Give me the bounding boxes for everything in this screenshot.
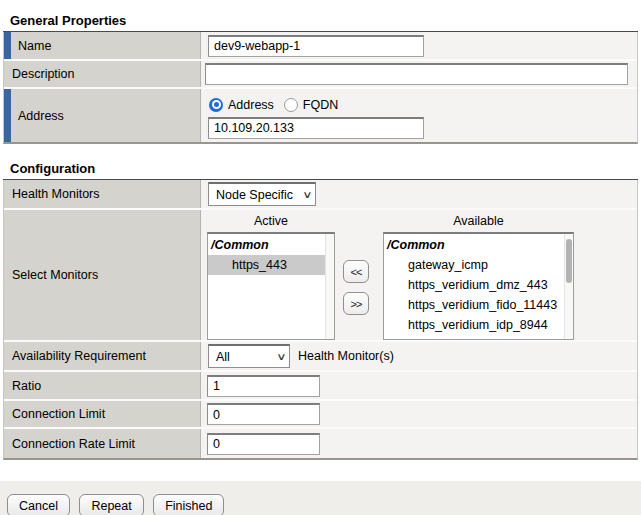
ratio-row: Ratio: [4, 372, 637, 401]
new-node-form: General Properties Name Description Addr…: [0, 9, 641, 515]
available-monitors-list: /Common gateway_icmp https_veridium_dmz_…: [384, 234, 573, 340]
address-input[interactable]: [208, 117, 424, 139]
available-partition-group: /Common: [384, 236, 573, 255]
availability-requirement-label: Availability Requirement: [12, 349, 146, 363]
availability-requirement-select[interactable]: All ∨: [208, 344, 290, 368]
description-row: Description: [4, 61, 637, 89]
availability-requirement-suffix: Health Monitor(s): [298, 349, 394, 363]
availability-requirement-value-cell: All ∨ Health Monitor(s): [201, 342, 637, 370]
ratio-value-cell: [201, 372, 637, 399]
connection-limit-value-cell: [201, 401, 637, 427]
connection-rate-limit-input[interactable]: [207, 433, 320, 455]
ratio-label: Ratio: [12, 379, 41, 393]
general-properties-table: Name Description Address Address: [3, 32, 638, 144]
name-label: Name: [18, 39, 51, 53]
name-input[interactable]: [208, 35, 424, 57]
select-monitors-label-cell: Select Monitors: [4, 210, 201, 340]
description-input[interactable]: [205, 63, 628, 85]
availability-requirement-select-value: All: [216, 350, 230, 364]
health-monitors-value-cell: Node Specific ∨: [201, 180, 637, 208]
description-label-cell: Description: [4, 61, 201, 87]
select-monitors-widget: Active Available /Common https_443: [205, 210, 637, 340]
connection-rate-limit-value-cell: [201, 429, 637, 458]
health-monitors-select[interactable]: Node Specific ∨: [208, 182, 316, 206]
availability-requirement-row: Availability Requirement All ∨ Health Mo…: [4, 342, 637, 372]
available-monitors-listbox[interactable]: /Common gateway_icmp https_veridium_dmz_…: [383, 232, 574, 340]
monitor-move-buttons: << >>: [343, 260, 369, 340]
address-radio[interactable]: [209, 98, 223, 112]
finished-button[interactable]: Finished: [153, 494, 224, 515]
connection-limit-row: Connection Limit: [4, 401, 637, 429]
health-monitors-label-cell: Health Monitors: [4, 180, 201, 208]
fqdn-radio[interactable]: [284, 98, 298, 112]
select-monitors-headers: Active Available: [205, 214, 637, 230]
health-monitors-row: Health Monitors Node Specific ∨: [4, 180, 637, 210]
ratio-input[interactable]: [207, 375, 320, 397]
address-type-radio-group: Address FQDN: [209, 98, 348, 112]
ratio-label-cell: Ratio: [4, 372, 201, 399]
connection-limit-input[interactable]: [207, 403, 320, 425]
connection-rate-limit-row: Connection Rate Limit: [4, 429, 637, 458]
cancel-button[interactable]: Cancel: [7, 494, 70, 515]
active-monitors-list: /Common https_443: [208, 234, 334, 275]
address-value-cell: Address FQDN: [201, 89, 637, 142]
description-value-cell: [201, 61, 637, 87]
list-item[interactable]: https_443: [208, 255, 334, 275]
fqdn-radio-label[interactable]: FQDN: [303, 98, 338, 112]
scrollbar-thumb[interactable]: [566, 239, 572, 283]
list-item[interactable]: https_veridium_fido_11443: [384, 295, 573, 315]
address-input-line: [205, 117, 424, 139]
move-to-active-button[interactable]: <<: [343, 260, 369, 283]
configuration-title: Configuration: [3, 157, 638, 180]
select-monitors-value-cell: Active Available /Common https_443: [201, 210, 637, 340]
general-properties-title: General Properties: [3, 9, 638, 32]
address-row: Address Address FQDN: [4, 89, 637, 142]
address-label-cell: Address: [4, 89, 201, 142]
form-footer: Cancel Repeat Finished: [0, 481, 641, 515]
connection-limit-label-cell: Connection Limit: [4, 401, 201, 427]
move-to-available-button[interactable]: >>: [343, 292, 369, 315]
name-row: Name: [4, 32, 637, 61]
list-item[interactable]: https_veridium_dmz_443: [384, 275, 573, 295]
health-monitors-select-value: Node Specific: [216, 188, 293, 202]
health-monitors-label: Health Monitors: [12, 187, 100, 201]
description-label: Description: [12, 67, 75, 81]
active-list-header: Active: [207, 214, 335, 230]
active-monitors-listbox[interactable]: /Common https_443: [207, 232, 335, 340]
select-monitors-row: Select Monitors Active Available /Common…: [4, 210, 637, 342]
select-monitors-label: Select Monitors: [12, 268, 98, 282]
available-list-header: Available: [383, 214, 574, 230]
list-item[interactable]: gateway_icmp: [384, 255, 573, 275]
availability-requirement-label-cell: Availability Requirement: [4, 342, 201, 370]
list-item-partial[interactable]: https_veridium_: [384, 335, 573, 340]
chevron-down-icon: ∨: [291, 189, 312, 200]
name-value-cell: [201, 32, 637, 59]
select-monitors-boxes: /Common https_443 << >> /Common: [205, 232, 637, 340]
connection-rate-limit-label-cell: Connection Rate Limit: [4, 429, 201, 458]
list-item[interactable]: https_veridium_idp_8944: [384, 315, 573, 335]
address-label: Address: [18, 109, 64, 123]
repeat-button[interactable]: Repeat: [79, 494, 143, 515]
scrollbar[interactable]: [325, 234, 334, 339]
address-radio-label[interactable]: Address: [228, 98, 274, 112]
name-label-cell: Name: [4, 32, 201, 59]
active-partition-group: /Common: [208, 236, 334, 255]
chevron-down-icon: ∨: [265, 351, 286, 362]
configuration-table: Health Monitors Node Specific ∨ Select M…: [3, 180, 638, 460]
scrollbar[interactable]: [564, 234, 573, 339]
connection-rate-limit-label: Connection Rate Limit: [12, 437, 135, 451]
connection-limit-label: Connection Limit: [12, 407, 105, 421]
